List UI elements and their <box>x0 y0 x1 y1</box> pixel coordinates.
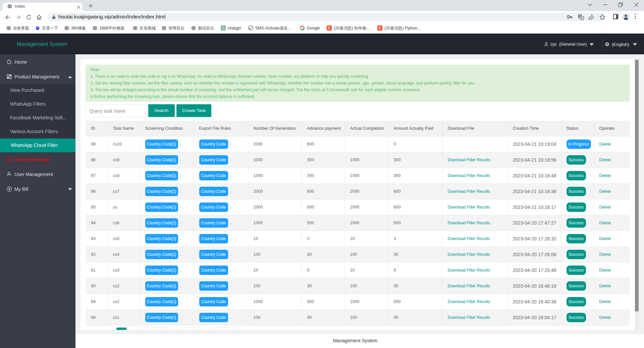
svg-text:C: C <box>378 26 381 30</box>
svg-text:$: $ <box>8 158 10 162</box>
svg-text:C: C <box>328 26 330 30</box>
